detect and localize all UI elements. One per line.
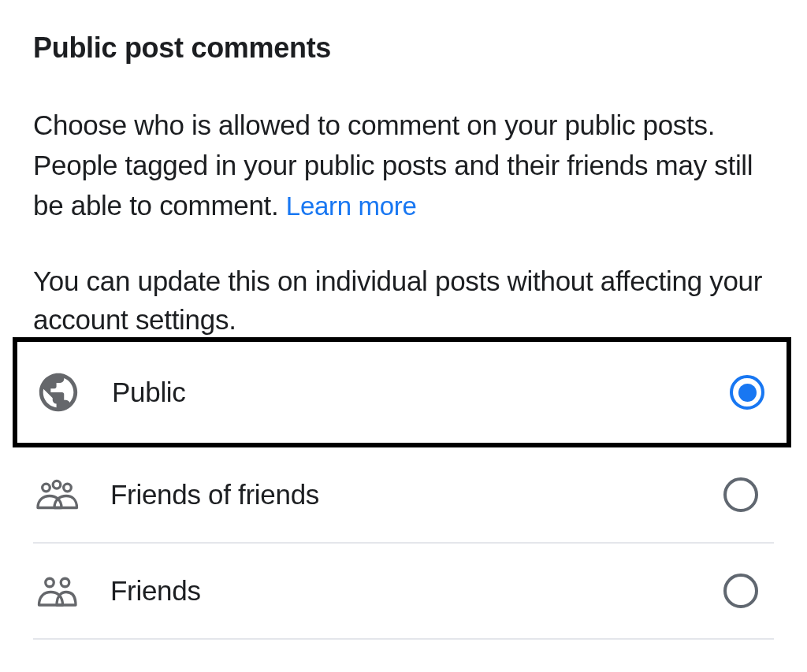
radio-selected[interactable] — [730, 375, 764, 410]
description-text: Choose who is allowed to comment on your… — [33, 106, 774, 225]
svg-point-0 — [43, 484, 50, 492]
option-friends[interactable]: Friends — [33, 544, 774, 640]
friends-icon — [33, 567, 80, 614]
radio-inner — [738, 384, 757, 402]
learn-more-link[interactable]: Learn more — [286, 191, 417, 221]
radio-unselected[interactable] — [723, 477, 758, 512]
page-title: Public post comments — [33, 32, 774, 65]
svg-point-4 — [61, 579, 69, 588]
svg-point-1 — [53, 481, 61, 489]
svg-point-2 — [64, 484, 72, 492]
audience-options: Public Friends of friends F — [0, 337, 807, 640]
option-public[interactable]: Public — [13, 337, 791, 447]
globe-icon — [35, 369, 82, 416]
option-label: Friends — [110, 575, 723, 607]
option-label: Public — [112, 377, 730, 408]
subdescription-text: You can update this on individual posts … — [33, 262, 774, 339]
option-label: Friends of friends — [110, 479, 723, 510]
option-friends-of-friends[interactable]: Friends of friends — [33, 447, 774, 544]
radio-unselected[interactable] — [723, 574, 758, 608]
settings-panel: Public post comments Choose who is allow… — [0, 0, 807, 339]
friends-of-friends-icon — [33, 471, 80, 518]
svg-point-3 — [46, 579, 54, 588]
